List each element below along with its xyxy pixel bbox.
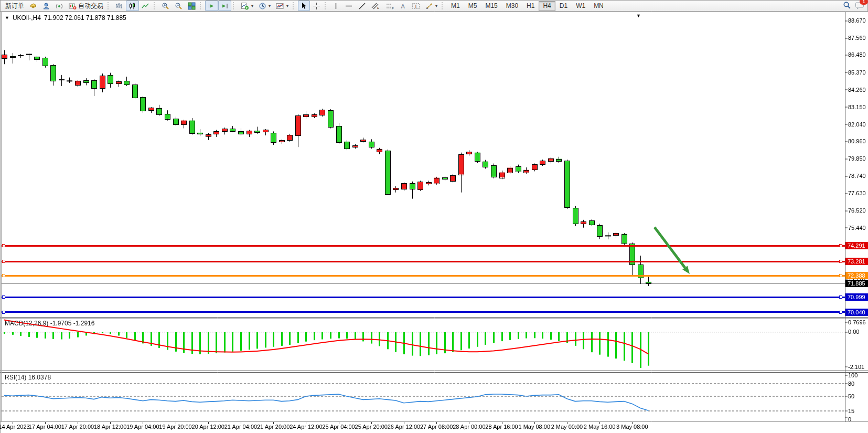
navigator-icon bbox=[42, 2, 50, 10]
bar-chart-button[interactable] bbox=[113, 1, 126, 11]
timeframe-button-MN[interactable]: MN bbox=[590, 1, 608, 11]
line-chart-icon bbox=[142, 2, 149, 10]
new-chart-button[interactable]: ▾ bbox=[238, 1, 256, 11]
market-watch-button[interactable] bbox=[27, 1, 40, 11]
timeframe-button-H4[interactable]: H4 bbox=[539, 1, 555, 11]
toolbar-grip bbox=[154, 2, 156, 9]
down-arrow-annotation[interactable] bbox=[1, 1, 868, 433]
notifications-button[interactable]: 1 bbox=[855, 1, 864, 11]
trendline-tool-button[interactable] bbox=[356, 1, 369, 11]
zoom-in-icon bbox=[162, 2, 169, 10]
chart-title: ▼ UKOil-,H4 71.902 72.061 71.878 71.885 bbox=[5, 14, 126, 22]
zoom-out-button[interactable] bbox=[172, 1, 185, 11]
chart-symbol-period: UKOil-,H4 bbox=[13, 14, 41, 22]
chat-bubble-icon bbox=[855, 4, 864, 11]
horizontal-line-icon bbox=[345, 2, 353, 10]
text-label-icon: T bbox=[412, 2, 420, 10]
fibonacci-tool-button[interactable]: F bbox=[383, 1, 397, 11]
notification-badge: 1 bbox=[860, 0, 868, 5]
timeframe-button-M5[interactable]: M5 bbox=[464, 1, 481, 11]
autotrading-label: 自动交易 bbox=[78, 2, 103, 10]
chart-ohlc-quotes: 71.902 72.061 71.878 71.885 bbox=[44, 14, 126, 22]
signals-icon bbox=[56, 2, 63, 10]
timeframe-toolbar: M1M5M15M30H1H4D1W1MN bbox=[447, 1, 608, 11]
toolbar-grip bbox=[442, 2, 444, 9]
svg-text:E: E bbox=[377, 6, 379, 9]
chart-shift-icon bbox=[221, 2, 229, 10]
timeframe-button-M15[interactable]: M15 bbox=[481, 1, 501, 11]
dropdown-caret-icon: ▾ bbox=[269, 4, 271, 8]
equidistant-channel-tool-button[interactable]: E bbox=[369, 1, 383, 11]
timeframe-button-H1[interactable]: H1 bbox=[522, 1, 539, 11]
toolbar-grip bbox=[233, 2, 235, 9]
signals-button[interactable] bbox=[53, 1, 66, 11]
crosshair-tool-button[interactable] bbox=[310, 1, 323, 11]
dropdown-caret-icon: ▾ bbox=[435, 4, 437, 8]
profiles-button[interactable]: ▾ bbox=[256, 1, 273, 11]
arrows-icon bbox=[425, 2, 433, 10]
main-toolbar: 新订单 自动交易 bbox=[1, 1, 867, 12]
profiles-icon bbox=[259, 2, 266, 10]
candlestick-chart-icon bbox=[128, 2, 136, 10]
candlestick-chart-button[interactable] bbox=[126, 1, 139, 11]
crosshair-icon bbox=[313, 2, 320, 10]
svg-text:T: T bbox=[414, 3, 417, 9]
dropdown-caret-icon: ▾ bbox=[286, 4, 288, 8]
navigator-button[interactable] bbox=[40, 1, 53, 11]
vertical-line-tool-button[interactable] bbox=[330, 1, 342, 11]
text-label-tool-button[interactable]: T bbox=[409, 1, 423, 11]
svg-text:A: A bbox=[401, 3, 405, 9]
market-watch-icon bbox=[29, 2, 37, 10]
timeframe-button-M30[interactable]: M30 bbox=[502, 1, 522, 11]
toolbar-grip bbox=[293, 2, 295, 9]
timeframe-button-M1[interactable]: M1 bbox=[447, 1, 464, 11]
auto-scroll-button[interactable] bbox=[205, 1, 218, 11]
tile-windows-button[interactable] bbox=[185, 1, 198, 11]
toolbar-grip bbox=[200, 2, 202, 9]
line-chart-button[interactable] bbox=[139, 1, 152, 11]
auto-scroll-icon bbox=[208, 2, 216, 10]
indicators-icon bbox=[276, 2, 284, 10]
horizontal-line-tool-button[interactable] bbox=[342, 1, 356, 11]
zoom-in-button[interactable] bbox=[159, 1, 172, 11]
text-icon: A bbox=[400, 2, 406, 10]
zoom-out-icon bbox=[175, 2, 183, 10]
cursor-icon bbox=[301, 2, 307, 9]
arrows-tool-button[interactable]: ▾ bbox=[423, 1, 440, 11]
autotrading-button[interactable]: 自动交易 bbox=[66, 1, 106, 11]
rsi-indicator-label: RSI(14) 16.0378 bbox=[5, 374, 51, 381]
cursor-tool-button[interactable] bbox=[298, 1, 310, 11]
timeframe-button-D1[interactable]: D1 bbox=[555, 1, 572, 11]
search-icon[interactable] bbox=[843, 1, 851, 11]
new-chart-icon bbox=[241, 2, 249, 10]
chart-shift-button[interactable] bbox=[218, 1, 231, 11]
new-order-label: 新订单 bbox=[5, 2, 24, 10]
toolbar-grip bbox=[108, 2, 110, 9]
dropdown-caret-icon: ▾ bbox=[251, 4, 253, 8]
autotrading-icon bbox=[69, 2, 77, 10]
text-tool-button[interactable]: A bbox=[397, 1, 409, 11]
collapse-triangle-icon[interactable]: ▼ bbox=[5, 15, 9, 20]
trading-platform-window: 新订单 自动交易 bbox=[0, 0, 868, 433]
tile-windows-icon bbox=[188, 2, 196, 10]
vertical-line-icon bbox=[333, 2, 339, 10]
timeframe-button-W1[interactable]: W1 bbox=[572, 1, 590, 11]
macd-indicator-label: MACD(12,26,9) -1.9705 -1.2916 bbox=[5, 320, 94, 327]
trendline-icon bbox=[358, 2, 366, 10]
new-order-button[interactable]: 新订单 bbox=[3, 1, 27, 11]
equidistant-channel-icon: E bbox=[371, 2, 380, 10]
toolbar-grip bbox=[325, 2, 327, 9]
fibonacci-icon: F bbox=[385, 2, 394, 10]
indicators-button[interactable]: ▾ bbox=[273, 1, 291, 11]
bar-chart-icon bbox=[115, 2, 123, 10]
svg-text:F: F bbox=[392, 6, 394, 9]
